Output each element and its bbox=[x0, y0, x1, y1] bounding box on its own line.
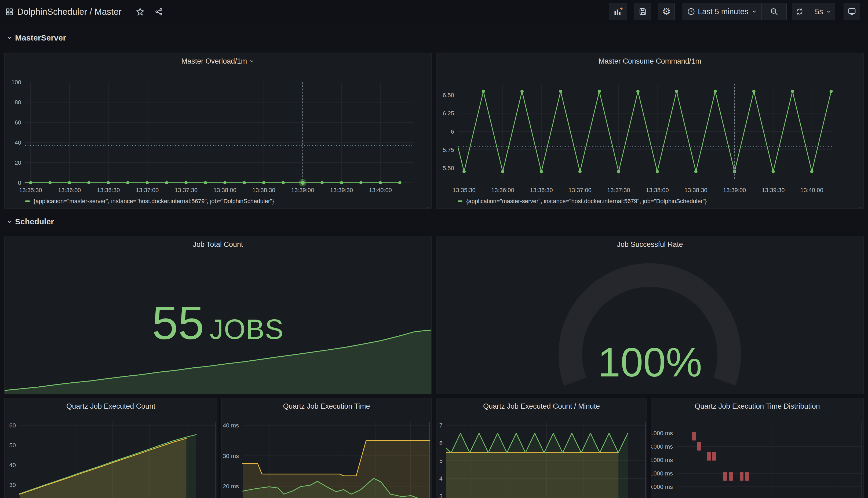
chart-master-overload[interactable]: 02040608010013:35:3013:36:0013:36:3013:3… bbox=[4, 53, 431, 209]
svg-text:13:35:30: 13:35:30 bbox=[19, 187, 42, 194]
panel-master-consume: Master Consume Command/1m 5.505.7566.256… bbox=[436, 53, 864, 209]
panel-master-overload: Master Overload/1m 02040608010013:35:301… bbox=[4, 53, 431, 209]
refresh-button[interactable] bbox=[791, 3, 808, 20]
add-panel-button[interactable] bbox=[609, 3, 627, 20]
dashboards-grid-icon[interactable] bbox=[5, 0, 14, 24]
chart-quartz-time-distribution[interactable]: 34.000 ms33.000 ms32.000 ms31.000 ms30.0… bbox=[651, 398, 864, 498]
monitor-icon bbox=[847, 7, 856, 16]
panel-title-text: Quartz Job Executed Count bbox=[66, 402, 155, 410]
panel-title-text: Job Successful Rate bbox=[617, 240, 683, 249]
svg-text:13:37:00: 13:37:00 bbox=[569, 187, 592, 194]
chart-master-consume[interactable]: 5.505.7566.256.5013:35:3013:36:0013:36:3… bbox=[437, 53, 864, 209]
svg-text:13:39:00: 13:39:00 bbox=[723, 187, 746, 194]
chevron-down-icon bbox=[751, 9, 757, 14]
svg-text:40: 40 bbox=[15, 139, 21, 146]
panel-title-q-time[interactable]: Quartz Job Execution Time bbox=[222, 400, 431, 412]
svg-text:13:38:30: 13:38:30 bbox=[684, 187, 708, 194]
section-scheduler[interactable]: Scheduler bbox=[7, 217, 54, 226]
svg-text:6.50: 6.50 bbox=[443, 92, 454, 99]
panel-quartz-executed-count: Quartz Job Executed Count 60504030 bbox=[4, 398, 217, 498]
breadcrumb[interactable]: DolphinScheduler / Master bbox=[17, 0, 121, 24]
chevron-down-icon bbox=[7, 35, 12, 41]
refresh-group: 5s bbox=[792, 3, 835, 20]
chart-quartz-executed-count[interactable]: 60504030 bbox=[4, 398, 217, 498]
panel-resize-handle[interactable] bbox=[859, 204, 863, 207]
zoom-out-button[interactable] bbox=[762, 3, 787, 20]
panel-job-total-count: Job Total Count 55 JOBS bbox=[4, 236, 431, 394]
refresh-icon bbox=[795, 8, 804, 16]
panel-title-text: Quartz Job Executed Count / Minute bbox=[483, 402, 600, 410]
svg-text:30: 30 bbox=[9, 482, 16, 488]
legend-swatch bbox=[25, 200, 30, 202]
svg-text:13:35:30: 13:35:30 bbox=[453, 187, 476, 194]
section-label: Scheduler bbox=[15, 217, 54, 226]
chevron-down-icon bbox=[7, 219, 12, 225]
svg-text:13:39:30: 13:39:30 bbox=[330, 187, 353, 194]
svg-text:7: 7 bbox=[439, 422, 443, 429]
panel-title-text: Master Overload/1m bbox=[181, 57, 247, 65]
panel-resize-handle[interactable] bbox=[427, 204, 430, 207]
panel-quartz-execution-time: Quartz Job Execution Time 40 ms30 ms20 m… bbox=[221, 398, 431, 498]
dashboard-settings-button[interactable]: ⚙ bbox=[658, 3, 675, 20]
panel-quartz-time-distribution: Quartz Job Execution Time Distribution 3… bbox=[651, 398, 864, 498]
svg-text:32.000 ms: 32.000 ms bbox=[651, 457, 673, 463]
svg-text:80: 80 bbox=[15, 99, 21, 106]
share-icon[interactable] bbox=[153, 0, 165, 24]
svg-text:13:36:30: 13:36:30 bbox=[97, 187, 120, 194]
chart-quartz-count-per-minute[interactable]: 76543 bbox=[437, 398, 647, 498]
refresh-interval-label: 5s bbox=[815, 7, 823, 16]
svg-text:20 ms: 20 ms bbox=[223, 483, 239, 490]
svg-text:100: 100 bbox=[11, 79, 21, 86]
svg-text:60: 60 bbox=[9, 422, 16, 429]
svg-text:13:39:30: 13:39:30 bbox=[762, 187, 785, 194]
legend-label: {application="master-server", instance="… bbox=[466, 198, 707, 205]
legend-item[interactable]: {application="master-server", instance="… bbox=[458, 198, 707, 205]
panel-title-text: Quartz Job Execution Time Distribution bbox=[695, 402, 820, 410]
panel-title-text: Master Consume Command/1m bbox=[598, 57, 701, 65]
svg-text:5.75: 5.75 bbox=[443, 146, 454, 153]
save-dashboard-button[interactable] bbox=[635, 3, 651, 20]
panel-title-q-minute[interactable]: Quartz Job Executed Count / Minute bbox=[437, 400, 647, 412]
svg-text:13:37:30: 13:37:30 bbox=[174, 187, 197, 194]
stat-value: 55 bbox=[152, 299, 204, 346]
panel-title-master-consume[interactable]: Master Consume Command/1m bbox=[437, 55, 864, 67]
panel-title-q-dist[interactable]: Quartz Job Execution Time Distribution bbox=[651, 400, 864, 412]
panel-title-q-count[interactable]: Quartz Job Executed Count bbox=[4, 400, 217, 412]
zoom-out-icon bbox=[770, 7, 778, 16]
panel-title-text: Quartz Job Execution Time bbox=[283, 402, 370, 410]
panel-title-master-overload[interactable]: Master Overload/1m bbox=[4, 55, 431, 67]
svg-text:6: 6 bbox=[451, 128, 454, 135]
svg-text:13:38:30: 13:38:30 bbox=[252, 187, 275, 194]
panel-title-text: Job Total Count bbox=[193, 240, 243, 249]
svg-text:29.000 ms: 29.000 ms bbox=[651, 497, 673, 498]
svg-text:13:39:00: 13:39:00 bbox=[291, 187, 314, 194]
star-icon[interactable] bbox=[134, 0, 146, 24]
svg-text:5.50: 5.50 bbox=[443, 165, 454, 171]
svg-text:20: 20 bbox=[15, 159, 21, 166]
clock-icon bbox=[687, 8, 695, 16]
svg-text:4: 4 bbox=[439, 475, 443, 482]
panel-title-job-total[interactable]: Job Total Count bbox=[4, 238, 431, 251]
add-panel-icon bbox=[613, 7, 623, 16]
svg-text:6: 6 bbox=[439, 440, 443, 446]
svg-text:13:40:00: 13:40:00 bbox=[369, 187, 392, 194]
svg-text:50: 50 bbox=[9, 442, 16, 449]
top-nav-bar: DolphinScheduler / Master ⚙ bbox=[0, 0, 868, 24]
legend-item[interactable]: {application="master-server", instance="… bbox=[25, 198, 274, 205]
chart-quartz-execution-time[interactable]: 40 ms30 ms20 ms bbox=[222, 398, 431, 498]
gauge-value: 100% bbox=[437, 342, 864, 382]
gear-icon: ⚙ bbox=[662, 7, 671, 16]
chevron-down-icon bbox=[826, 9, 831, 14]
panel-title-job-rate[interactable]: Job Successful Rate bbox=[437, 238, 864, 251]
cycle-view-mode-button[interactable] bbox=[844, 3, 860, 20]
panel-quartz-count-per-minute: Quartz Job Executed Count / Minute 76543 bbox=[436, 398, 647, 498]
time-range-picker[interactable]: Last 5 minutes bbox=[683, 3, 762, 20]
svg-text:6.25: 6.25 bbox=[443, 110, 454, 117]
refresh-interval-picker[interactable]: 5s bbox=[808, 3, 835, 20]
panel-job-successful-rate: Job Successful Rate 100% bbox=[436, 236, 864, 394]
section-masterserver[interactable]: MasterServer bbox=[7, 33, 66, 42]
svg-text:30 ms: 30 ms bbox=[223, 453, 239, 459]
time-range-label: Last 5 minutes bbox=[698, 7, 749, 16]
svg-text:31.000 ms: 31.000 ms bbox=[651, 470, 673, 477]
legend-label: {application="master-server", instance="… bbox=[34, 198, 274, 205]
